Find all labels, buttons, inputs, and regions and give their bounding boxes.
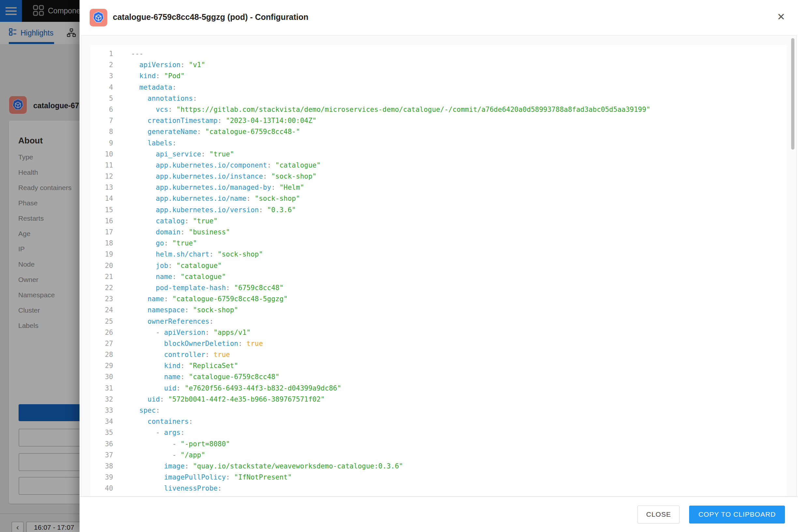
close-button[interactable]: CLOSE xyxy=(637,506,680,524)
code-line: 19 helm.sh/chart: "sock-shop" xyxy=(90,249,786,260)
code-line: 30 name: "catalogue-6759c8cc48" xyxy=(90,371,786,382)
vertical-scrollbar-thumb[interactable] xyxy=(791,38,794,150)
code-line: 34 containers: xyxy=(90,416,786,427)
code-line: 2 apiVersion: "v1" xyxy=(90,59,786,71)
line-number: 28 xyxy=(90,349,131,360)
code-line: 21 name: "catalogue" xyxy=(90,271,786,282)
code-line: 14 app.kubernetes.io/name: "sock-shop" xyxy=(90,193,786,204)
close-icon[interactable]: ✕ xyxy=(774,10,788,24)
line-number: 27 xyxy=(90,338,131,349)
code-line: 18 go: "true" xyxy=(90,238,786,249)
dialog-footer: CLOSE COPY TO CLIPBOARD xyxy=(79,496,798,532)
line-number: 26 xyxy=(90,327,131,338)
yaml-code-panel: 1---2 apiVersion: "v1"3 kind: "Pod"4 met… xyxy=(81,35,797,496)
line-number: 35 xyxy=(90,427,131,438)
code-line: 26 - apiVersion: "apps/v1" xyxy=(90,327,786,338)
code-line: 1--- xyxy=(90,48,786,59)
line-number: 37 xyxy=(90,450,131,461)
code-line: 22 pod-template-hash: "6759c8cc48" xyxy=(90,282,786,293)
pod-dialog-icon xyxy=(90,9,107,28)
line-number: 40 xyxy=(90,483,131,494)
line-number: 7 xyxy=(90,115,131,126)
code-line: 36 - "-port=8080" xyxy=(90,438,786,450)
code-line: 35 - args: xyxy=(90,427,786,438)
line-number: 33 xyxy=(90,405,131,416)
code-line: 31 uid: "e7620f56-6493-44f3-b832-d04399a… xyxy=(90,383,786,394)
line-number: 25 xyxy=(90,316,131,327)
code-line: 9 labels: xyxy=(90,137,786,149)
line-number: 8 xyxy=(90,126,131,137)
line-number: 10 xyxy=(90,149,131,160)
code-line: 24 namespace: "sock-shop" xyxy=(90,304,786,316)
code-line: 37 - "/app" xyxy=(90,450,786,461)
code-line: 8 generateName: "catalogue-6759c8cc48-" xyxy=(90,126,786,137)
code-line: 7 creationTimestamp: "2023-04-13T14:00:0… xyxy=(90,115,786,126)
code-line: 32 uid: "572b0041-44f2-4e35-b966-3897675… xyxy=(90,394,786,405)
dialog-header: catalogue-6759c8cc48-5ggzg (pod) - Confi… xyxy=(79,0,798,35)
line-number: 34 xyxy=(90,416,131,427)
line-number: 13 xyxy=(90,182,131,193)
code-line: 23 name: "catalogue-6759c8cc48-5ggzg" xyxy=(90,293,786,304)
code-line: 5 annotations: xyxy=(90,93,786,104)
dialog-title: catalogue-6759c8cc48-5ggzg (pod) - Confi… xyxy=(113,13,308,22)
line-number: 29 xyxy=(90,360,131,371)
line-number: 19 xyxy=(90,249,131,260)
code-line: 10 api_service: "true" xyxy=(90,149,786,160)
line-number: 30 xyxy=(90,371,131,382)
line-number: 18 xyxy=(90,238,131,249)
line-number: 32 xyxy=(90,394,131,405)
code-line: 29 kind: "ReplicaSet" xyxy=(90,360,786,371)
line-number: 16 xyxy=(90,215,131,227)
code-line: 4 metadata: xyxy=(90,82,786,93)
code-line: 15 app.kubernetes.io/version: "0.3.6" xyxy=(90,204,786,215)
code-line: 33 spec: xyxy=(90,405,786,416)
line-number: 39 xyxy=(90,472,131,483)
code-line: 25 ownerReferences: xyxy=(90,316,786,327)
line-number: 24 xyxy=(90,304,131,316)
line-number: 21 xyxy=(90,271,131,282)
code-line: 12 app.kubernetes.io/instance: "sock-sho… xyxy=(90,171,786,182)
line-number: 2 xyxy=(90,59,131,71)
code-line: 39 imagePullPolicy: "IfNotPresent" xyxy=(90,472,786,483)
line-number: 9 xyxy=(90,137,131,149)
code-line: 3 kind: "Pod" xyxy=(90,71,786,81)
code-line: 41 failureThreshold: 3 xyxy=(90,494,786,497)
line-number: 41 xyxy=(90,494,131,497)
copy-to-clipboard-button[interactable]: COPY TO CLIPBOARD xyxy=(689,506,785,524)
line-number: 20 xyxy=(90,260,131,271)
line-number: 36 xyxy=(90,438,131,450)
configuration-dialog: catalogue-6759c8cc48-5ggzg (pod) - Confi… xyxy=(79,0,798,532)
line-number: 38 xyxy=(90,461,131,472)
line-number: 12 xyxy=(90,171,131,182)
line-number: 4 xyxy=(90,82,131,93)
code-line: 40 livenessProbe: xyxy=(90,483,786,494)
code-line: 20 job: "catalogue" xyxy=(90,260,786,271)
line-number: 1 xyxy=(90,48,131,59)
line-number: 14 xyxy=(90,193,131,204)
screen: Components Highlights xyxy=(0,0,798,532)
line-number: 31 xyxy=(90,383,131,394)
yaml-code-sheet: 1---2 apiVersion: "v1"3 kind: "Pod"4 met… xyxy=(90,45,786,496)
code-line: 16 catalog: "true" xyxy=(90,215,786,227)
code-line: 17 domain: "business" xyxy=(90,227,786,238)
line-number: 22 xyxy=(90,282,131,293)
line-number: 6 xyxy=(90,104,131,115)
line-number: 17 xyxy=(90,227,131,238)
code-line: 13 app.kubernetes.io/managed-by: "Helm" xyxy=(90,182,786,193)
line-number: 5 xyxy=(90,93,131,104)
code-line: 28 controller: true xyxy=(90,349,786,360)
line-number: 11 xyxy=(90,160,131,171)
code-line: 6 vcs: "https://gitlab.com/stackvista/de… xyxy=(90,104,786,115)
code-line: 38 image: "quay.io/stackstate/weaveworks… xyxy=(90,461,786,472)
code-line: 11 app.kubernetes.io/component: "catalog… xyxy=(90,160,786,171)
line-number: 3 xyxy=(90,71,131,81)
line-number: 23 xyxy=(90,293,131,304)
code-line: 27 blockOwnerDeletion: true xyxy=(90,338,786,349)
line-number: 15 xyxy=(90,204,131,215)
